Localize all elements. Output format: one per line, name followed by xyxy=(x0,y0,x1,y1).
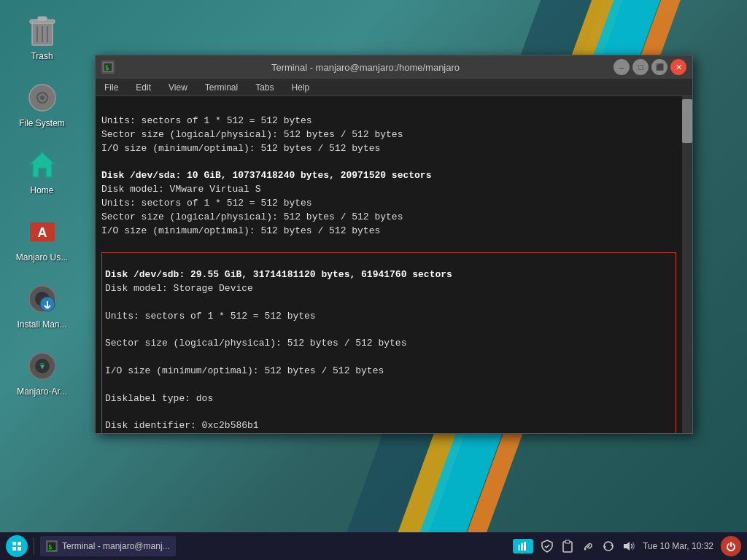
terminal-line-sda: Disk /dev/sda: 10 GiB, 10737418240 bytes… xyxy=(101,170,431,181)
taskbar-terminal-label: Terminal - manjaro@manj... xyxy=(62,541,170,551)
shield-tray-icon[interactable] xyxy=(541,540,554,553)
svg-marker-36 xyxy=(604,545,606,548)
taskbar: $_ Terminal - manjaro@manj... xyxy=(0,532,747,560)
terminal-body: Units: sectors of 1 * 512 = 512 bytes Se… xyxy=(96,96,692,433)
svg-point-8 xyxy=(40,96,44,100)
manjaro-us-icon: A xyxy=(25,214,60,249)
trash-icon xyxy=(25,13,60,48)
manjaro-ar-icon: _ ▼ xyxy=(25,349,60,384)
filesystem-label: File System xyxy=(19,118,65,128)
svg-text:$_: $_ xyxy=(48,543,56,551)
menu-terminal[interactable]: Terminal xyxy=(202,81,241,94)
svg-text:$: $ xyxy=(105,64,109,71)
svg-text:A: A xyxy=(37,225,47,240)
terminal-line-blank2 xyxy=(101,238,107,249)
desktop-icon-area: Trash File System Home xyxy=(0,0,84,410)
taskbar-separator xyxy=(34,537,34,555)
minimize-button[interactable]: – xyxy=(614,59,630,75)
start-button[interactable] xyxy=(6,535,28,557)
menu-edit[interactable]: Edit xyxy=(133,81,154,94)
terminal-menubar: File Edit View Terminal Tabs Help xyxy=(96,79,692,96)
filesystem-icon xyxy=(25,80,60,115)
svg-rect-27 xyxy=(18,547,21,551)
svg-rect-2 xyxy=(38,17,47,20)
home-label: Home xyxy=(30,185,53,195)
home-icon xyxy=(25,147,60,182)
link-tray-icon[interactable] xyxy=(581,540,595,553)
taskbar-terminal-icon: $_ xyxy=(46,540,58,552)
network-indicator[interactable] xyxy=(513,539,533,553)
desktop: Trash File System Home xyxy=(0,0,747,560)
svg-marker-9 xyxy=(30,152,55,177)
terminal-line-sector1: Sector size (logical/physical): 512 byte… xyxy=(101,211,403,222)
volume-tray-icon[interactable] xyxy=(622,540,635,553)
svg-rect-31 xyxy=(521,543,523,551)
trash-label: Trash xyxy=(31,51,53,61)
desktop-icon-trash[interactable]: Trash xyxy=(6,7,79,67)
power-button[interactable] xyxy=(721,536,741,556)
install-icon xyxy=(25,281,60,316)
sync-tray-icon[interactable] xyxy=(602,540,615,553)
close-button[interactable]: ✕ xyxy=(670,59,686,75)
desktop-icon-filesystem[interactable]: File System xyxy=(6,74,79,134)
manjaro-ar-label: Manjaro-Ar... xyxy=(17,386,67,397)
terminal-line-1: Units: sectors of 1 * 512 = 512 bytes xyxy=(101,115,312,126)
terminal-line-blank1 xyxy=(101,156,107,167)
menu-help[interactable]: Help xyxy=(289,81,313,94)
svg-marker-35 xyxy=(611,544,613,547)
menu-file[interactable]: File xyxy=(101,81,121,94)
taskbar-datetime: Tue 10 Mar, 10:32 xyxy=(643,541,713,551)
terminal-line-units1: Units: sectors of 1 * 512 = 512 bytes xyxy=(101,198,312,209)
menu-tabs[interactable]: Tabs xyxy=(252,81,276,94)
svg-rect-32 xyxy=(524,542,526,551)
terminal-window-icon: $ xyxy=(101,61,115,74)
terminal-titlebar: $ Terminal - manjaro@manjaro:/home/manja… xyxy=(96,55,692,79)
svg-rect-24 xyxy=(12,542,16,545)
clipboard-tray-icon[interactable] xyxy=(561,540,574,553)
terminal-window: $ Terminal - manjaro@manjaro:/home/manja… xyxy=(95,55,693,434)
scrollbar-thumb xyxy=(682,99,692,143)
desktop-icon-manjaro-ar[interactable]: _ ▼ Manjaro-Ar... xyxy=(6,343,79,402)
maximize-button[interactable]: □ xyxy=(632,59,649,75)
system-tray: Tue 10 Mar, 10:32 xyxy=(513,536,741,556)
install-label: Install Man... xyxy=(17,319,66,330)
terminal-line-3: I/O size (minimum/optimal): 512 bytes / … xyxy=(101,143,380,154)
svg-marker-37 xyxy=(624,542,630,551)
terminal-title: Terminal - manjaro@manjaro:/home/manjaro xyxy=(120,62,611,73)
terminal-line-io1: I/O size (minimum/optimal): 512 bytes / … xyxy=(101,225,380,236)
terminal-sdb-section: Disk /dev/sdb: 29.55 GiB, 31714181120 by… xyxy=(101,252,676,433)
terminal-content[interactable]: Units: sectors of 1 * 512 = 512 bytes Se… xyxy=(96,96,682,433)
terminal-scrollbar[interactable] xyxy=(682,96,692,433)
taskbar-app-terminal[interactable]: $_ Terminal - manjaro@manj... xyxy=(40,536,176,556)
svg-rect-30 xyxy=(518,545,520,551)
terminal-line-2: Sector size (logical/physical): 512 byte… xyxy=(101,129,403,140)
menu-view[interactable]: View xyxy=(166,81,190,94)
svg-rect-26 xyxy=(12,547,16,551)
manjaro-us-label: Manjaro Us... xyxy=(16,252,68,262)
desktop-icon-install[interactable]: Install Man... xyxy=(6,276,79,335)
restore-button[interactable]: ⬛ xyxy=(651,59,667,75)
svg-text:▼: ▼ xyxy=(39,362,44,370)
svg-rect-25 xyxy=(18,542,21,545)
desktop-icon-home[interactable]: Home xyxy=(6,141,79,201)
svg-rect-34 xyxy=(565,540,570,543)
terminal-line-model1: Disk model: VMware Virtual S xyxy=(101,184,260,195)
desktop-icon-manjaro-us[interactable]: A Manjaro Us... xyxy=(6,209,79,268)
